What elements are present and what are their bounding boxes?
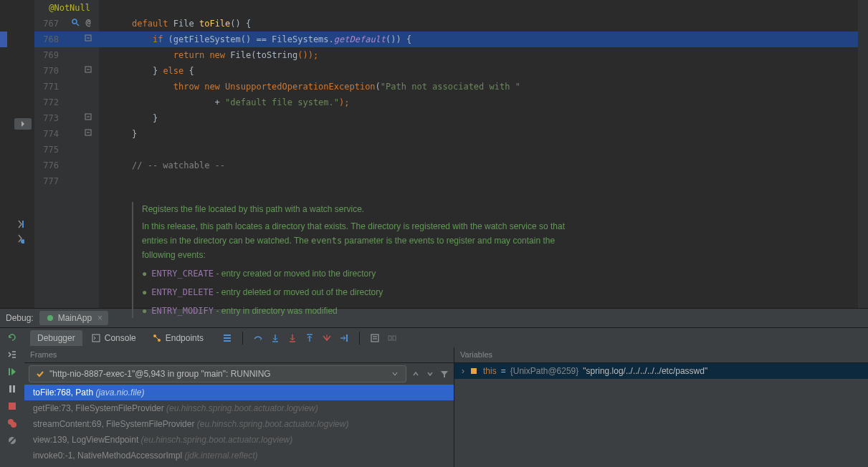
run-to-cursor-icon[interactable] bbox=[339, 333, 349, 343]
fold-icon[interactable] bbox=[83, 33, 93, 43]
line-number[interactable]: 776 bbox=[34, 158, 99, 173]
thread-dropdown[interactable]: "http-nio-8887-exec-1"@5,943 in group "m… bbox=[29, 365, 406, 382]
svg-rect-13 bbox=[9, 368, 10, 375]
line-number[interactable]: 771 bbox=[34, 79, 99, 95]
resume-icon[interactable] bbox=[7, 367, 17, 377]
step-over-icon[interactable] bbox=[253, 333, 263, 343]
svg-point-1 bbox=[21, 239, 24, 244]
fold-end-icon[interactable] bbox=[83, 112, 93, 122]
step-out-icon[interactable] bbox=[305, 333, 315, 343]
prev-frame-icon[interactable] bbox=[411, 369, 421, 379]
fold-icon[interactable] bbox=[83, 64, 93, 74]
left-gutter bbox=[0, 0, 34, 308]
line-number[interactable]: 772 bbox=[34, 95, 99, 110]
frames-panel: Frames "http-nio-8887-exec-1"@5,943 in g… bbox=[24, 347, 454, 467]
debug-label: Debug: bbox=[6, 313, 34, 323]
code-editor[interactable]: default File toFile() { if (getFileSyste… bbox=[99, 0, 858, 308]
line-number[interactable]: 775 bbox=[34, 142, 99, 158]
check-icon bbox=[35, 369, 45, 379]
object-icon bbox=[469, 366, 479, 376]
mute-breakpoints-icon[interactable] bbox=[7, 435, 17, 446]
svg-point-12 bbox=[47, 315, 53, 321]
line-number[interactable]: 767 @ bbox=[34, 16, 99, 32]
line-number[interactable]: 769 bbox=[34, 47, 99, 63]
view-breakpoints-icon[interactable] bbox=[7, 418, 17, 428]
fold-end-icon[interactable] bbox=[83, 127, 93, 138]
trace-icon[interactable] bbox=[387, 333, 397, 343]
line-number[interactable]: 774 bbox=[34, 126, 99, 142]
console-icon bbox=[91, 333, 101, 343]
svg-point-18 bbox=[11, 422, 16, 428]
thread-selector-row: "http-nio-8887-exec-1"@5,943 in group "m… bbox=[24, 363, 454, 385]
close-icon[interactable]: × bbox=[97, 313, 102, 323]
svg-rect-37 bbox=[371, 334, 378, 342]
line-number[interactable]: 770 bbox=[34, 63, 99, 79]
expand-arrow-button[interactable] bbox=[14, 118, 32, 130]
svg-rect-15 bbox=[13, 385, 15, 393]
drop-frame-icon[interactable] bbox=[322, 333, 332, 343]
endpoints-icon bbox=[152, 333, 162, 343]
frame-item[interactable]: getFile:73, FileSystemFileProvider (eu.h… bbox=[24, 400, 454, 416]
line-number[interactable]: 777 bbox=[34, 173, 99, 189]
line-number[interactable]: 773 bbox=[34, 110, 99, 126]
line-number[interactable]: 768 bbox=[34, 32, 99, 47]
frame-item[interactable]: toFile:768, Path (java.nio.file) bbox=[24, 385, 454, 400]
frames-title: Frames bbox=[24, 347, 454, 363]
debugger-tab[interactable]: Debugger bbox=[30, 330, 82, 346]
svg-rect-14 bbox=[9, 385, 11, 393]
search-icon[interactable] bbox=[70, 17, 80, 27]
rerun-icon[interactable] bbox=[7, 332, 17, 342]
chevron-right-icon-2[interactable] bbox=[16, 234, 26, 244]
chevron-right-icon[interactable] bbox=[16, 219, 26, 229]
threads-icon[interactable] bbox=[222, 333, 232, 343]
svg-rect-21 bbox=[92, 334, 100, 342]
variables-panel: Variables › this = {UnixPath@6259} "spri… bbox=[454, 347, 868, 467]
editor-area: @NotNull 767 @ 768 769 770 771 772 773 7… bbox=[0, 0, 868, 308]
debug-tabs: Debugger Console Endpoints bbox=[24, 328, 868, 347]
frames-list[interactable]: toFile:768, Path (java.nio.file) getFile… bbox=[24, 385, 454, 467]
svg-rect-0 bbox=[22, 221, 24, 228]
frame-item[interactable]: view:139, LogViewEndpoint (eu.hinsch.spr… bbox=[24, 432, 454, 448]
endpoints-tab[interactable]: Endpoints bbox=[145, 330, 211, 346]
svg-rect-40 bbox=[388, 336, 391, 340]
javadoc-block: Registers the file located by this path … bbox=[132, 202, 576, 318]
filter-icon[interactable] bbox=[439, 369, 449, 379]
variable-row[interactable]: › this = {UnixPath@6259} "spring.log/../… bbox=[454, 363, 868, 379]
annotation-line: @NotNull bbox=[34, 0, 99, 16]
step-into-icon[interactable] bbox=[270, 333, 280, 343]
variables-title: Variables bbox=[454, 347, 868, 363]
stop-icon[interactable] bbox=[7, 401, 17, 411]
debug-tool-window: Debug: MainApp × Debugger Console bbox=[0, 308, 868, 467]
evaluate-icon[interactable] bbox=[370, 333, 380, 343]
pause-icon[interactable] bbox=[7, 384, 17, 394]
settings-icon[interactable] bbox=[7, 350, 17, 360]
frame-item[interactable]: invoke0:-1, NativeMethodAccessorImpl (jd… bbox=[24, 448, 454, 463]
svg-line-24 bbox=[156, 337, 158, 340]
override-icon[interactable]: @ bbox=[83, 17, 93, 27]
force-step-into-icon[interactable] bbox=[287, 333, 297, 343]
line-number-gutter: @NotNull 767 @ 768 769 770 771 772 773 7… bbox=[34, 0, 99, 308]
editor-scrollbar[interactable] bbox=[858, 0, 868, 308]
chevron-right-icon[interactable]: › bbox=[462, 366, 464, 376]
chevron-down-icon bbox=[390, 369, 400, 379]
next-frame-icon[interactable] bbox=[425, 369, 435, 379]
frame-item[interactable]: streamContent:69, FileSystemFileProvider… bbox=[24, 416, 454, 432]
svg-rect-16 bbox=[9, 403, 16, 410]
svg-point-2 bbox=[72, 19, 77, 24]
svg-rect-41 bbox=[393, 336, 396, 340]
run-config-tab[interactable]: MainApp × bbox=[39, 311, 108, 325]
breakpoint-stripe bbox=[0, 32, 7, 47]
console-tab[interactable]: Console bbox=[84, 330, 143, 346]
svg-line-3 bbox=[77, 24, 79, 26]
svg-rect-42 bbox=[471, 368, 477, 374]
debug-left-toolbar bbox=[0, 328, 24, 467]
bug-icon bbox=[45, 313, 55, 323]
